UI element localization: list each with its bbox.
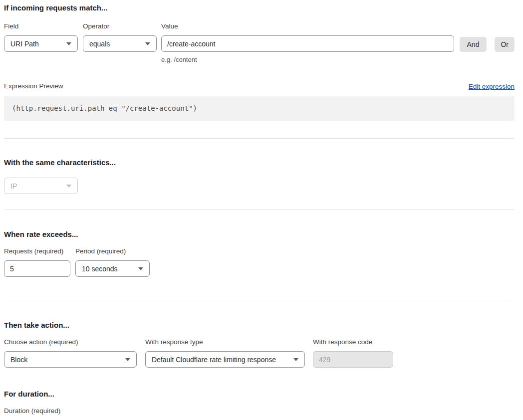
period-select[interactable]: 10 seconds	[75, 260, 150, 277]
match-controls-row: Field URI Path Operator equals Value e.g…	[4, 22, 515, 63]
choose-action-select-value: Block	[10, 356, 27, 364]
or-button[interactable]: Or	[495, 37, 515, 52]
requests-input[interactable]	[4, 260, 70, 277]
response-code-column: With response code	[313, 338, 393, 368]
characteristic-select-value: IP	[10, 182, 17, 190]
value-label: Value	[161, 22, 454, 30]
period-label: Period (required)	[75, 247, 150, 255]
field-select[interactable]: URI Path	[4, 35, 78, 52]
characteristics-section-title: With the same characteristics...	[4, 158, 515, 168]
expression-preview-row: Expression Preview Edit expression	[4, 82, 515, 90]
characteristic-select: IP	[4, 178, 78, 194]
value-hint: e.g. /content	[161, 56, 454, 63]
section-divider	[4, 300, 515, 300]
expression-preview-label: Expression Preview	[4, 82, 63, 90]
action-section-title: Then take action...	[4, 320, 515, 330]
choose-action-column: Choose action (required) Block	[4, 338, 137, 368]
action-controls-row: Choose action (required) Block With resp…	[4, 338, 515, 368]
response-code-label: With response code	[313, 338, 393, 346]
response-code-input	[313, 351, 393, 368]
period-select-value: 10 seconds	[82, 265, 118, 273]
and-button[interactable]: And	[460, 37, 487, 52]
expression-preview-code: (http.request.uri.path eq "/create-accou…	[4, 96, 515, 121]
response-type-label: With response type	[145, 338, 305, 346]
operator-column: Operator equals	[83, 22, 157, 52]
response-type-column: With response type Default Cloudflare ra…	[145, 338, 305, 368]
chevron-down-icon	[138, 267, 143, 270]
rate-section-title: When rate exceeds...	[4, 229, 515, 239]
chevron-down-icon	[293, 358, 298, 361]
chevron-down-icon	[125, 358, 130, 361]
field-label: Field	[4, 22, 78, 30]
field-column: Field URI Path	[4, 22, 78, 52]
chevron-down-icon	[145, 42, 150, 45]
edit-expression-link[interactable]: Edit expression	[469, 83, 515, 90]
response-type-select[interactable]: Default Cloudflare rate limiting respons…	[145, 351, 305, 368]
value-column: Value e.g. /content	[161, 22, 454, 63]
choose-action-label: Choose action (required)	[4, 338, 137, 346]
response-type-select-value: Default Cloudflare rate limiting respons…	[152, 356, 276, 364]
requests-label: Requests (required)	[4, 247, 70, 255]
chevron-down-icon	[66, 185, 71, 188]
section-divider	[4, 138, 515, 139]
chevron-down-icon	[66, 42, 71, 45]
field-select-value: URI Path	[10, 40, 39, 48]
requests-column: Requests (required)	[4, 247, 70, 277]
section-divider	[4, 210, 515, 210]
operator-label: Operator	[83, 22, 157, 30]
duration-column: Duration (required) 10 seconds	[4, 407, 78, 420]
choose-action-select[interactable]: Block	[4, 351, 137, 368]
value-input[interactable]	[161, 35, 454, 52]
expression-connector-buttons: And Or	[460, 37, 515, 52]
rate-limiting-rule-form: If incoming requests match... Field URI …	[0, 0, 523, 420]
match-section-title: If incoming requests match...	[4, 3, 515, 13]
operator-select[interactable]: equals	[83, 35, 157, 52]
period-column: Period (required) 10 seconds	[75, 247, 150, 277]
rate-controls-row: Requests (required) Period (required) 10…	[4, 247, 515, 277]
operator-select-value: equals	[89, 40, 110, 48]
duration-label: Duration (required)	[4, 407, 78, 415]
duration-section-title: For duration...	[4, 389, 515, 399]
